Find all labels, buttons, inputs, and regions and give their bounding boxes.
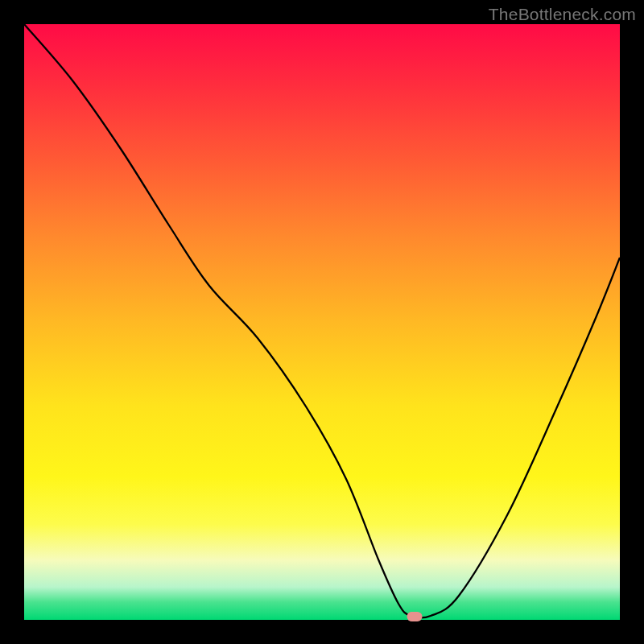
- bottleneck-curve: [24, 24, 620, 620]
- curve-path: [24, 24, 620, 618]
- plot-area: [24, 24, 620, 620]
- watermark-text: TheBottleneck.com: [489, 5, 636, 24]
- chart-frame: TheBottleneck.com: [0, 0, 644, 644]
- optimal-point-marker: [407, 612, 423, 621]
